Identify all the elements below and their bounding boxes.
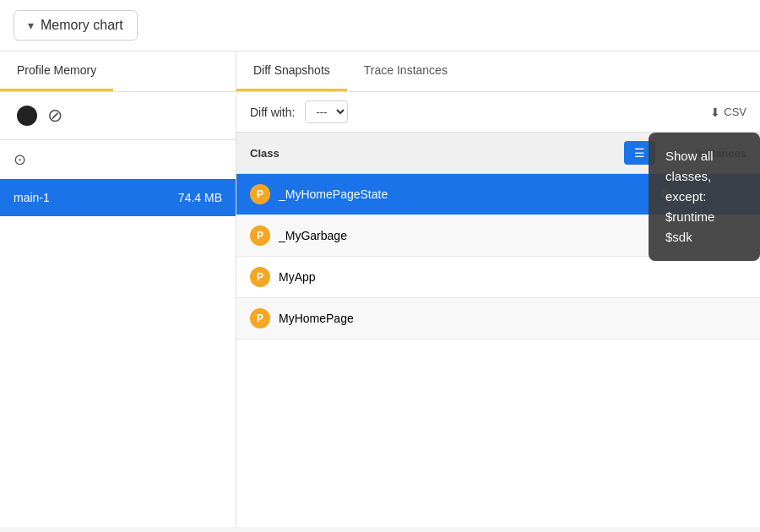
right-topbar: Diff with: --- ⬇ CSV: [236, 92, 760, 133]
class-name: MyApp: [279, 270, 670, 284]
chevron-down-icon: ▾: [28, 19, 34, 32]
tab-bar: Profile Memory: [0, 52, 236, 92]
record-icon[interactable]: [17, 106, 37, 126]
copy-icon[interactable]: ⧉: [661, 187, 670, 202]
table-row[interactable]: P _MyGarbage: [236, 215, 760, 257]
class-name: _MyHomePageState: [279, 187, 653, 201]
memory-chart-label: Memory chart: [41, 18, 123, 33]
table-body: P _MyHomePageState ⧉ P _MyGarbage P MyAp…: [236, 174, 760, 527]
table-header: Class ☰ Instances: [236, 133, 760, 174]
tab-diff-snapshots[interactable]: Diff Snapshots: [236, 52, 347, 91]
tab-profile-memory[interactable]: Profile Memory: [0, 52, 113, 91]
top-bar: ▾ Memory chart: [0, 0, 760, 52]
snapshot-item[interactable]: main-1 74.4 MB: [0, 179, 236, 216]
table-row[interactable]: P _MyHomePageState ⧉: [236, 174, 760, 215]
snapshot-list: main-1 74.4 MB: [0, 179, 236, 527]
class-badge-p: P: [250, 184, 270, 204]
snapshot-name: main-1: [14, 191, 50, 204]
col-instances-header: Instances: [662, 147, 746, 160]
col-class-header: Class: [250, 147, 617, 160]
help-icon[interactable]: ⊙: [0, 140, 236, 179]
class-name: MyHomePage: [279, 312, 670, 325]
icons-row: ⊘: [0, 92, 236, 140]
memory-chart-button[interactable]: ▾ Memory chart: [14, 10, 138, 41]
right-panel: Diff Snapshots Trace Instances Diff with…: [236, 52, 760, 527]
csv-button[interactable]: ⬇ CSV: [710, 106, 746, 119]
tab-trace-instances[interactable]: Trace Instances: [347, 52, 464, 91]
table-row[interactable]: P MyApp: [236, 257, 760, 298]
class-badge-p: P: [250, 225, 270, 246]
class-name: _MyGarbage: [279, 229, 670, 242]
class-badge-p: P: [250, 267, 270, 287]
main-layout: Profile Memory ⊘ ⊙ main-1 74.4 MB Diff S…: [0, 52, 760, 527]
clear-icon[interactable]: ⊘: [47, 106, 62, 125]
snapshot-size: 74.4 MB: [178, 191, 222, 204]
right-tab-bar: Diff Snapshots Trace Instances: [236, 52, 760, 92]
table-row[interactable]: P MyHomePage: [236, 298, 760, 339]
class-badge-p: P: [250, 308, 270, 328]
left-panel: Profile Memory ⊘ ⊙ main-1 74.4 MB: [0, 52, 236, 527]
diff-select[interactable]: ---: [305, 100, 348, 123]
filter-icon: ☰: [634, 146, 645, 160]
download-icon: ⬇: [710, 106, 720, 119]
filter-button[interactable]: ☰: [624, 141, 655, 165]
diff-label: Diff with:: [250, 106, 295, 119]
